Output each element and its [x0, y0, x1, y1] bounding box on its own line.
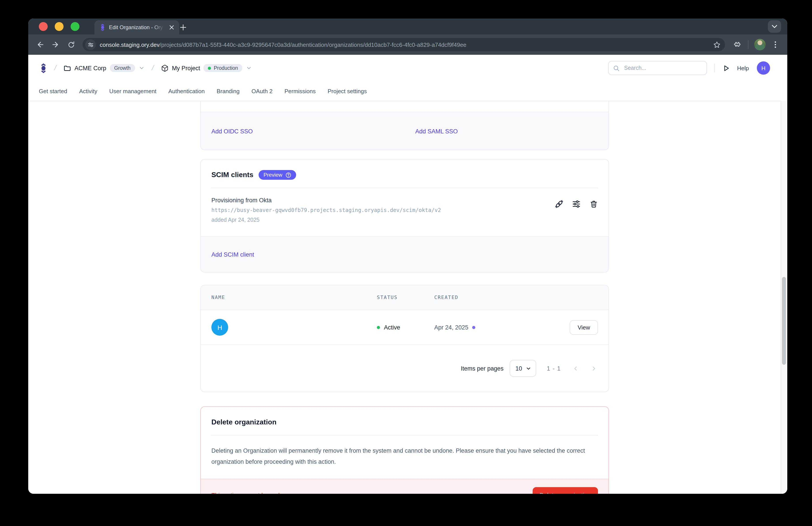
- table-header: NAME STATUS CREATED: [201, 285, 609, 310]
- add-oidc-sso-link[interactable]: Add OIDC SSO: [212, 128, 253, 134]
- scim-card-footer: Add SCIM client: [201, 236, 609, 272]
- play-icon: [723, 64, 730, 72]
- search-input[interactable]: [623, 65, 702, 72]
- chevron-down-icon: [246, 65, 252, 71]
- scim-clients-card: SCIM clients Preview: [200, 159, 609, 272]
- browser-toolbar: console.staging.ory.dev/projects/d087b7a…: [28, 34, 787, 55]
- refresh-button[interactable]: [65, 39, 77, 51]
- back-arrow-icon: [36, 41, 44, 48]
- chevron-down-icon: [139, 65, 145, 71]
- tab-close-button[interactable]: [168, 24, 176, 31]
- add-saml-sso-link[interactable]: Add SAML SSO: [415, 128, 458, 134]
- scim-clients-title: SCIM clients: [212, 170, 253, 180]
- tab-title: Edit Organization - Ory Console: [109, 24, 164, 30]
- help-circle-icon[interactable]: [286, 172, 291, 178]
- project-switcher[interactable]: My Project Production: [161, 64, 252, 72]
- delete-client-button[interactable]: [589, 200, 598, 209]
- help-link[interactable]: Help: [737, 65, 749, 71]
- toolbar-divider: [748, 40, 749, 49]
- delete-organization-card: Delete organization Deleting an Organiza…: [200, 406, 609, 494]
- workspace-switcher[interactable]: ACME Corp Growth: [63, 64, 145, 72]
- delete-organization-description: Deleting an Organization will permanentl…: [212, 445, 598, 467]
- breadcrumb-separator: /: [54, 63, 56, 72]
- forward-arrow-icon: [52, 41, 60, 48]
- active-status-dot: [377, 326, 380, 329]
- next-page-button[interactable]: [591, 365, 597, 372]
- cli-play-button[interactable]: [723, 64, 730, 72]
- nav-item-authentication[interactable]: Authentication: [168, 88, 205, 94]
- delete-organization-button[interactable]: Delete organization: [533, 487, 598, 494]
- header-actions: Help H: [608, 61, 776, 75]
- items-per-page-label: Items per pages: [461, 365, 504, 372]
- environment-badge: Production: [204, 64, 243, 72]
- nav-item-branding[interactable]: Branding: [217, 88, 240, 94]
- tab-search-button[interactable]: [768, 20, 781, 33]
- browser-window: Edit Organization - Ory Console: [28, 18, 787, 494]
- extensions-button[interactable]: [731, 39, 742, 51]
- workspace-name: ACME Corp: [74, 65, 106, 71]
- project-name: My Project: [172, 65, 200, 71]
- trash-icon: [589, 200, 598, 209]
- test-connection-button[interactable]: [555, 200, 564, 209]
- forward-button[interactable]: [50, 39, 61, 51]
- chevron-down-icon: [772, 25, 777, 28]
- search-icon: [613, 65, 620, 71]
- url-path: /projects/d087b7a1-55f3-440c-a3c9-929564…: [160, 41, 466, 48]
- view-button[interactable]: View: [570, 320, 598, 335]
- created-indicator-dot: [473, 326, 476, 329]
- scim-client-actions: [555, 200, 598, 209]
- nav-item-get-started[interactable]: Get started: [39, 88, 67, 94]
- items-per-page-select[interactable]: 10: [510, 360, 536, 377]
- address-bar[interactable]: console.staging.ory.dev/projects/d087b7a…: [83, 38, 725, 51]
- traffic-lights: [39, 22, 79, 31]
- kebab-menu-icon: [772, 41, 779, 48]
- close-window-button[interactable]: [39, 22, 48, 31]
- nav-item-permissions[interactable]: Permissions: [285, 88, 316, 94]
- user-avatar[interactable]: H: [757, 61, 770, 75]
- new-tab-button[interactable]: [177, 22, 189, 33]
- browser-menu-button[interactable]: [770, 39, 781, 51]
- nav-item-user-management[interactable]: User management: [109, 88, 157, 94]
- scim-client-name: Provisioning from Okta: [212, 197, 598, 203]
- nav-item-project-settings[interactable]: Project settings: [328, 88, 367, 94]
- plug-icon: [555, 200, 564, 209]
- org-status-cell: Active: [377, 324, 434, 330]
- column-header-status: STATUS: [377, 295, 434, 300]
- scrollbar-thumb[interactable]: [782, 277, 786, 365]
- browser-tab[interactable]: Edit Organization - Ory Console: [95, 20, 179, 34]
- org-status-label: Active: [384, 324, 400, 330]
- back-button[interactable]: [34, 39, 46, 51]
- header-divider: [715, 63, 715, 72]
- environment-status-dot: [208, 67, 211, 70]
- browser-profile-avatar[interactable]: [754, 39, 766, 51]
- configure-client-button[interactable]: [572, 200, 581, 209]
- url-text: console.staging.ory.dev/projects/d087b7a…: [100, 41, 709, 48]
- add-scim-client-link[interactable]: Add SCIM client: [212, 251, 254, 258]
- environment-badge-label: Production: [214, 65, 238, 71]
- prev-page-button[interactable]: [572, 365, 579, 372]
- package-icon: [161, 64, 168, 72]
- bookmark-button[interactable]: [713, 41, 721, 48]
- items-per-page-value: 10: [516, 365, 522, 372]
- nav-item-activity[interactable]: Activity: [79, 88, 97, 94]
- nav-item-oauth2[interactable]: OAuth 2: [251, 88, 273, 94]
- ory-logo-icon: [40, 62, 47, 73]
- delete-warning-text: This action cannot be undone.: [212, 492, 291, 494]
- minimize-window-button[interactable]: [55, 22, 63, 31]
- sso-card: Add OIDC SSO Add SAML SSO: [200, 101, 609, 150]
- delete-card-footer: This action cannot be undone. Delete org…: [201, 479, 609, 494]
- sliders-icon: [572, 200, 581, 209]
- site-settings-button[interactable]: [85, 39, 96, 50]
- page-content: Add OIDC SSO Add SAML SSO SCIM clients: [28, 101, 781, 494]
- page-scrollbar: [781, 101, 787, 494]
- app-header: / ACME Corp Growth /: [28, 55, 787, 101]
- plus-icon: [180, 24, 186, 30]
- org-created-label: Apr 24, 2025: [434, 324, 468, 330]
- zoom-window-button[interactable]: [71, 22, 79, 31]
- breadcrumb: / ACME Corp Growth /: [28, 55, 787, 81]
- table-row[interactable]: H Active Apr 24, 2025 View: [201, 310, 609, 345]
- chevron-left-icon: [572, 365, 579, 372]
- column-header-name: NAME: [212, 295, 377, 300]
- project-nav: Get started Activity User management Aut…: [28, 81, 787, 101]
- search-box[interactable]: [608, 61, 707, 75]
